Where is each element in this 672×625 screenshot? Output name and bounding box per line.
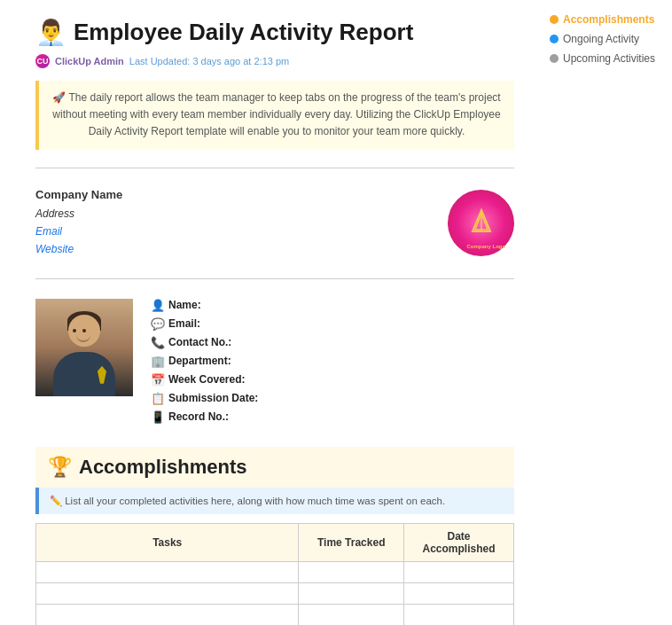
title-icon: 👨‍💼 [35,18,66,47]
company-section: Company Name Address Email Website Compa… [35,179,514,268]
sidebar-label-upcoming: Upcoming Activities [563,52,655,65]
submission-label: Submission Date: [168,392,258,404]
author-name: ClickUp Admin [55,56,124,66]
sidebar-link-ongoing[interactable]: Ongoing Activity [550,33,663,45]
logo-label: Company Logo [467,244,506,249]
tasks-table: Tasks Time Tracked Date Accomplished [35,523,514,625]
submission-icon: 📋 [151,392,165,405]
contact-icon: 📞 [151,336,165,349]
person-body [53,352,115,396]
divider-1 [35,168,514,168]
company-website: Website [35,240,122,258]
company-address: Address [35,205,122,223]
person-tie [98,366,106,384]
col-tasks: Tasks [36,523,299,561]
company-name: Company Name [35,188,122,201]
emp-submission-row: 📋 Submission Date: [151,392,514,405]
contact-label: Contact No.: [168,336,231,348]
emp-name-row: 👤 Name: [151,299,514,312]
record-label: Record No.: [168,410,229,423]
emp-email-row: 💬 Email: [151,317,514,331]
name-icon: 👤 [151,299,165,312]
dot-upcoming [550,54,559,63]
emp-week-row: 📅 Week Covered: [151,373,514,387]
email-label: Email: [168,317,200,330]
sidebar: Accomplishments Ongoing Activity Upcomin… [541,0,672,625]
col-time: Time Tracked [299,523,404,561]
week-label: Week Covered: [168,373,245,386]
dot-accomplishments [550,15,559,24]
table-row [36,561,514,582]
table-header-row: Tasks Time Tracked Date Accomplished [36,523,514,561]
callout-icon: 🚀 [52,91,68,104]
col-date: Date Accomplished [404,523,514,561]
intro-callout: 🚀 The daily report allows the team manag… [35,81,514,150]
sidebar-link-accomplishments[interactable]: Accomplishments [550,13,663,26]
emp-record-row: 📱 Record No.: [151,410,514,424]
company-info: Company Name Address Email Website [35,188,122,259]
employee-section: 👤 Name: 💬 Email: 📞 Contact No.: 🏢 Depart… [35,290,514,438]
acc-heading-text: Accomplishments [79,456,247,479]
page-title: Employee Daily Activity Report [74,19,413,46]
callout-text: The daily report allows the team manager… [52,91,500,137]
name-label: Name: [168,299,201,311]
email-icon: 💬 [151,317,165,331]
author-avatar: CU [35,54,50,68]
accomplishments-section-heading: 🏆 Accomplishments [35,447,514,488]
title-row: 👨‍💼 Employee Daily Activity Report [35,18,514,47]
record-icon: 📱 [151,410,165,424]
dept-icon: 🏢 [151,355,165,368]
divider-2 [35,278,514,279]
meta-row: CU ClickUp Admin Last Updated: 3 days ag… [35,54,514,68]
sidebar-label-accomplishments: Accomplishments [563,13,654,26]
dot-ongoing [550,35,559,43]
emp-contact-row: 📞 Contact No.: [151,336,514,349]
company-email: Email [35,223,122,240]
acc-callout-text: List all your completed activities here,… [65,496,445,506]
emp-dept-row: 🏢 Department: [151,355,514,368]
company-logo: Company Logo [448,190,514,256]
last-updated: Last Updated: 3 days ago at 2:13 pm [129,56,289,66]
week-icon: 📅 [151,373,165,387]
employee-fields: 👤 Name: 💬 Email: 📞 Contact No.: 🏢 Depart… [151,299,514,429]
dept-label: Department: [168,355,231,367]
employee-photo [35,299,133,396]
sidebar-link-upcoming[interactable]: Upcoming Activities [550,52,663,65]
acc-callout-icon: ✏️ [50,496,65,506]
logo-icon [467,207,496,240]
main-content: 👨‍💼 Employee Daily Activity Report CU Cl… [0,0,541,625]
sidebar-label-ongoing: Ongoing Activity [563,33,639,45]
table-row [36,604,514,625]
acc-heading-icon: 🏆 [48,456,72,479]
acc-callout: ✏️ List all your completed activities he… [35,488,514,514]
table-row [36,582,514,604]
